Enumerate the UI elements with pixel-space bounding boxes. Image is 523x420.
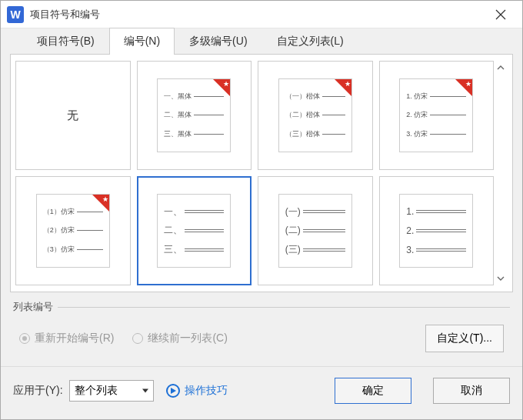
tab-3[interactable]: 自定义列表(L): [262, 28, 358, 55]
gallery-container: 无★一、黑体二、黑体三、黑体★（一）楷体（二）楷体（三）楷体★1. 仿宋2. 仿…: [10, 54, 513, 292]
thumb-preview: ★1. 仿宋2. 仿宋3. 仿宋: [399, 78, 473, 152]
list-item: 2.: [406, 225, 466, 236]
continue-list-radio[interactable]: 继续前一列表(C): [132, 332, 227, 345]
tips-link[interactable]: 操作技巧: [166, 384, 228, 398]
numbering-gallery: 无★一、黑体二、黑体三、黑体★（一）楷体（二）楷体（三）楷体★1. 仿宋2. 仿…: [15, 61, 494, 285]
list-item: (一): [285, 205, 345, 218]
radio-label: 继续前一列表(C): [148, 332, 227, 345]
numbering-option-0[interactable]: 无: [15, 61, 131, 170]
select-value: 整个列表: [75, 384, 118, 398]
list-item: 二、: [164, 224, 224, 237]
tab-0[interactable]: 项目符号(B): [22, 28, 109, 55]
titlebar: W 项目符号和编号: [1, 1, 522, 28]
legend-divider: [58, 307, 510, 308]
numbering-option-3[interactable]: ★1. 仿宋2. 仿宋3. 仿宋: [379, 61, 495, 170]
fieldset-legend: 列表编号: [13, 300, 510, 314]
chevron-down-icon: [142, 388, 148, 394]
list-numbering-fieldset: 列表编号 重新开始编号(R) 继续前一列表(C) 自定义(T)...: [10, 300, 513, 362]
app-icon: W: [7, 6, 24, 23]
numbering-option-4[interactable]: ★（1）仿宋（2）仿宋（3）仿宋: [15, 176, 131, 285]
close-icon: [495, 9, 506, 20]
star-icon: ★: [345, 80, 351, 88]
apply-to-select[interactable]: 整个列表: [69, 380, 154, 402]
star-icon: ★: [102, 195, 108, 203]
close-button[interactable]: [485, 1, 516, 28]
list-item: 1.: [406, 206, 466, 217]
tab-1[interactable]: 编号(N): [109, 28, 175, 55]
bottom-bar: 应用于(Y): 整个列表 操作技巧 确定 取消: [1, 366, 522, 415]
scrollbar[interactable]: [494, 61, 508, 285]
list-item: （3）仿宋: [43, 245, 103, 255]
list-item: (三): [285, 243, 345, 256]
list-item: 一、: [164, 205, 224, 218]
svg-marker-2: [142, 389, 148, 393]
numbering-option-2[interactable]: ★（一）楷体（二）楷体（三）楷体: [258, 61, 373, 170]
star-icon: ★: [465, 80, 471, 88]
thumb-preview: (一)(二)(三): [278, 194, 352, 268]
play-icon: [166, 384, 180, 398]
none-label: 无: [16, 108, 130, 123]
apply-to-label: 应用于(Y):: [13, 384, 63, 398]
legend-label: 列表编号: [13, 300, 53, 314]
cancel-button[interactable]: 取消: [433, 378, 510, 404]
thumb-preview: ★（1）仿宋（2）仿宋（3）仿宋: [36, 194, 110, 268]
tips-label: 操作技巧: [185, 384, 228, 398]
list-item: 三、黑体: [164, 129, 224, 139]
list-item: 三、: [164, 243, 224, 256]
window-title: 项目符号和编号: [30, 8, 485, 22]
radio-row: 重新开始编号(R) 继续前一列表(C) 自定义(T)...: [13, 322, 510, 362]
scroll-down-icon[interactable]: [495, 273, 506, 284]
list-item: 3. 仿宋: [406, 129, 466, 139]
radio-label: 重新开始编号(R): [35, 332, 114, 345]
scroll-up-icon[interactable]: [495, 62, 506, 73]
list-item: （三）楷体: [285, 129, 345, 139]
thumb-preview: 一、二、三、: [157, 194, 231, 268]
numbering-option-6[interactable]: (一)(二)(三): [258, 176, 373, 285]
thumb-preview: ★一、黑体二、黑体三、黑体: [157, 78, 231, 152]
ok-button[interactable]: 确定: [335, 378, 411, 404]
radio-icon: [19, 333, 30, 344]
list-item: （二）楷体: [285, 110, 345, 120]
star-icon: ★: [223, 80, 229, 88]
tab-bar: 项目符号(B)编号(N)多级编号(U)自定义列表(L): [1, 28, 522, 55]
list-item: (二): [285, 224, 345, 237]
restart-numbering-radio[interactable]: 重新开始编号(R): [19, 332, 114, 345]
svg-marker-3: [171, 388, 176, 394]
customize-button[interactable]: 自定义(T)...: [425, 325, 504, 352]
list-item: 二、黑体: [164, 110, 224, 120]
list-item: 3.: [406, 245, 466, 255]
list-item: 2. 仿宋: [406, 110, 466, 120]
numbering-option-7[interactable]: 1.2.3.: [379, 176, 495, 285]
tab-2[interactable]: 多级编号(U): [175, 28, 262, 55]
numbering-option-1[interactable]: ★一、黑体二、黑体三、黑体: [137, 61, 252, 170]
main-panel: 无★一、黑体二、黑体三、黑体★（一）楷体（二）楷体（三）楷体★1. 仿宋2. 仿…: [1, 54, 522, 362]
radio-icon: [132, 333, 143, 344]
numbering-option-5[interactable]: 一、二、三、: [137, 176, 252, 285]
thumb-preview: 1.2.3.: [399, 194, 473, 268]
thumb-preview: ★（一）楷体（二）楷体（三）楷体: [278, 78, 352, 152]
list-item: （2）仿宋: [43, 225, 103, 235]
